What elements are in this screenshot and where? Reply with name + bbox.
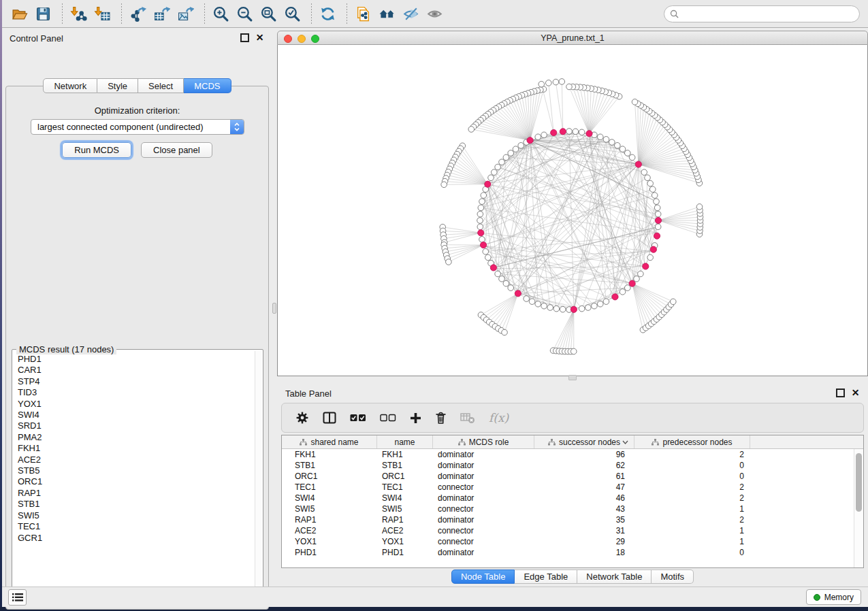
graph-node[interactable] xyxy=(529,299,535,305)
graph-node[interactable] xyxy=(649,186,656,193)
column-header-predecessor-nodes[interactable]: predecessor nodes xyxy=(634,435,750,448)
splitter-grip[interactable] xyxy=(272,303,276,314)
graph-node[interactable] xyxy=(503,154,509,161)
select-all-icon[interactable] xyxy=(350,414,366,422)
graph-node[interactable] xyxy=(481,193,487,199)
result-list-item[interactable]: SRD1 xyxy=(14,420,254,431)
graph-node[interactable] xyxy=(620,146,626,152)
graph-hub-node[interactable] xyxy=(635,161,641,167)
graph-node[interactable] xyxy=(579,306,585,312)
graph-leaf-node[interactable] xyxy=(441,182,447,188)
graph-leaf-node[interactable] xyxy=(566,84,573,90)
graph-node[interactable] xyxy=(641,169,647,176)
graph-leaf-node[interactable] xyxy=(632,99,638,105)
table-row[interactable]: FKH1FKH1dominator962 xyxy=(282,449,863,460)
result-list-item[interactable]: ORC1 xyxy=(14,476,254,487)
import-table-icon[interactable] xyxy=(92,3,112,24)
column-header-successor-nodes[interactable]: successor nodes xyxy=(534,435,634,448)
result-list-item[interactable]: SWI5 xyxy=(14,510,254,521)
result-list-scrollbar[interactable] xyxy=(255,351,261,597)
graph-hub-node[interactable] xyxy=(485,181,491,187)
graph-node[interactable] xyxy=(499,159,505,165)
add-column-icon[interactable] xyxy=(410,412,421,424)
graph-hub-node[interactable] xyxy=(612,294,618,300)
tab-edge-table[interactable]: Edge Table xyxy=(515,569,577,584)
function-builder-icon[interactable]: f(x) xyxy=(489,411,509,425)
graph-node[interactable] xyxy=(647,254,654,261)
table-settings-icon[interactable] xyxy=(295,411,309,425)
graph-hub-node[interactable] xyxy=(490,265,496,271)
graph-node[interactable] xyxy=(541,132,547,138)
graph-leaf-node[interactable] xyxy=(696,204,703,210)
close-panel-icon[interactable]: ✕ xyxy=(851,389,860,397)
graph-node[interactable] xyxy=(655,211,661,217)
graph-hub-node[interactable] xyxy=(586,131,592,137)
graph-leaf-node[interactable] xyxy=(468,127,475,133)
graph-node[interactable] xyxy=(483,248,489,254)
vertical-splitter[interactable] xyxy=(272,28,277,587)
graph-node[interactable] xyxy=(541,303,547,309)
result-list-item[interactable]: STP4 xyxy=(14,376,254,387)
tab-node-table[interactable]: Node Table xyxy=(451,569,515,584)
close-panel-icon[interactable]: ✕ xyxy=(255,33,264,42)
graph-node[interactable] xyxy=(609,139,615,146)
graph-hub-node[interactable] xyxy=(560,129,566,135)
result-list-item[interactable]: CAR1 xyxy=(14,365,254,376)
result-list-item[interactable]: RAP1 xyxy=(14,488,254,499)
graph-hub-node[interactable] xyxy=(478,230,484,236)
float-panel-icon[interactable] xyxy=(836,389,845,397)
task-history-button[interactable] xyxy=(8,589,27,606)
import-network-icon[interactable] xyxy=(68,3,89,24)
graph-node[interactable] xyxy=(620,289,626,295)
search-input[interactable] xyxy=(679,7,859,21)
graph-node[interactable] xyxy=(579,129,585,135)
result-list-item[interactable]: ACE2 xyxy=(14,455,254,465)
zoom-selected-icon[interactable] xyxy=(282,3,302,24)
graph-node[interactable] xyxy=(477,218,483,224)
table-row[interactable]: YOX1YOX1connector291 xyxy=(282,536,863,547)
tab-motifs[interactable]: Motifs xyxy=(652,569,694,584)
graph-node[interactable] xyxy=(508,285,514,291)
graph-hub-node[interactable] xyxy=(643,263,649,269)
result-list-item[interactable]: TID3 xyxy=(14,387,254,398)
export-image-icon[interactable] xyxy=(175,3,195,24)
graph-hub-node[interactable] xyxy=(515,291,521,297)
graph-leaf-node[interactable] xyxy=(446,259,452,265)
tab-mcds[interactable]: MCDS xyxy=(184,78,231,93)
optimization-criterion-select[interactable]: largest connected component (undirected) xyxy=(31,119,244,135)
graph-node[interactable] xyxy=(655,224,661,230)
refresh-layout-icon[interactable] xyxy=(317,3,338,24)
zoom-fit-icon[interactable] xyxy=(258,3,278,24)
tab-network-table[interactable]: Network Table xyxy=(577,569,652,584)
network-window-titlebar[interactable]: YPA_prune.txt_1 xyxy=(277,31,868,45)
graph-hub-node[interactable] xyxy=(650,246,656,252)
graph-node[interactable] xyxy=(488,175,494,181)
graph-hub-node[interactable] xyxy=(480,242,486,248)
graph-node[interactable] xyxy=(535,301,541,307)
graph-node[interactable] xyxy=(634,276,640,282)
graph-hub-node[interactable] xyxy=(551,129,557,135)
graph-leaf-node[interactable] xyxy=(670,299,676,305)
table-row[interactable]: STB1STB1dominator620 xyxy=(282,460,863,471)
graph-node[interactable] xyxy=(585,305,592,311)
show-all-nodes-icon[interactable] xyxy=(376,3,397,24)
tab-select[interactable]: Select xyxy=(138,78,184,93)
table-row[interactable]: SWI4SWI4dominator462 xyxy=(282,493,863,503)
result-list-item[interactable]: YOX1 xyxy=(14,399,254,410)
graph-node[interactable] xyxy=(477,211,483,217)
graph-node[interactable] xyxy=(624,150,630,156)
graph-hub-node[interactable] xyxy=(654,233,660,239)
graph-leaf-node[interactable] xyxy=(553,79,559,85)
graph-node[interactable] xyxy=(652,193,658,199)
delete-table-icon[interactable] xyxy=(460,412,475,424)
graph-node[interactable] xyxy=(547,305,553,311)
graph-node[interactable] xyxy=(518,142,524,148)
graph-node[interactable] xyxy=(508,150,514,156)
graph-node[interactable] xyxy=(495,164,501,170)
result-list-item[interactable]: TEC1 xyxy=(14,521,254,532)
column-header-MCDS-role[interactable]: MCDS role xyxy=(432,435,534,448)
run-mcds-button[interactable]: Run MCDS xyxy=(62,142,131,158)
result-list-item[interactable]: STB5 xyxy=(14,465,254,476)
table-scrollbar-thumb[interactable] xyxy=(856,453,862,512)
network-view-canvas[interactable] xyxy=(277,45,868,376)
